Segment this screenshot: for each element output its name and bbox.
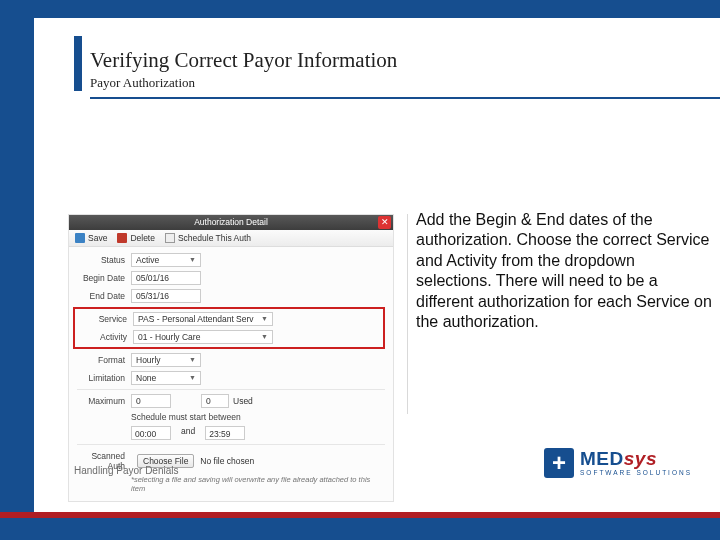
no-file-text: No file chosen xyxy=(200,456,254,466)
limitation-value: None xyxy=(136,372,156,384)
toolbar: Save Delete Schedule This Auth xyxy=(69,230,393,247)
brand-logo: + MEDsys SOFTWARE SOLUTIONS xyxy=(544,448,692,478)
begin-date-label: Begin Date xyxy=(77,273,131,283)
save-button[interactable]: Save xyxy=(75,233,107,243)
service-select[interactable]: PAS - Personal Attendant Serv ▼ xyxy=(133,312,273,326)
format-value: Hourly xyxy=(136,354,161,366)
page-title: Verifying Correct Payor Information xyxy=(90,48,680,73)
begin-date-value: 05/01/16 xyxy=(136,272,169,284)
schedule-times: 00:00 and 23:59 xyxy=(131,426,385,440)
close-icon[interactable]: ✕ xyxy=(378,216,391,229)
end-date-value: 05/31/16 xyxy=(136,290,169,302)
used-display: 0 xyxy=(201,394,229,408)
page-subtitle: Payor Authorization xyxy=(90,75,680,91)
used-value: 0 xyxy=(206,395,211,407)
schedule-caption: Schedule must start between xyxy=(131,412,385,422)
brand-name: MEDsys xyxy=(580,449,692,468)
maximum-input[interactable]: 0 xyxy=(131,394,171,408)
delete-label: Delete xyxy=(130,233,155,243)
window-titlebar: Authorization Detail ✕ xyxy=(69,215,393,230)
form-body: Status Active ▼ Begin Date 05/01/16 End … xyxy=(69,247,393,501)
begin-date-input[interactable]: 05/01/16 xyxy=(131,271,201,285)
footer-caption: Handling Payor Denials xyxy=(74,465,179,476)
schedule-label: Schedule This Auth xyxy=(178,233,251,243)
plus-icon: + xyxy=(552,451,566,475)
format-select[interactable]: Hourly ▼ xyxy=(131,353,201,367)
logo-mark: + xyxy=(544,448,574,478)
window-title: Authorization Detail xyxy=(194,217,268,227)
brand-part-a: MED xyxy=(580,448,624,469)
activity-label: Activity xyxy=(79,332,133,342)
used-label: Used xyxy=(233,396,253,406)
maximum-value: 0 xyxy=(136,395,141,407)
calendar-icon xyxy=(165,233,175,243)
time-and-label: and xyxy=(181,426,195,440)
title-rule xyxy=(90,97,720,99)
save-icon xyxy=(75,233,85,243)
save-label: Save xyxy=(88,233,107,243)
file-hint: *selecting a file and saving will overwr… xyxy=(131,475,385,493)
divider xyxy=(77,444,385,445)
time-to-input[interactable]: 23:59 xyxy=(205,426,245,440)
chevron-down-icon: ▼ xyxy=(189,372,196,384)
highlight-box: Service PAS - Personal Attendant Serv ▼ … xyxy=(73,307,385,349)
brand-tagline: SOFTWARE SOLUTIONS xyxy=(580,470,692,477)
chevron-down-icon: ▼ xyxy=(189,354,196,366)
limitation-label: Limitation xyxy=(77,373,131,383)
title-block: Verifying Correct Payor Information Payo… xyxy=(90,48,680,99)
title-accent-bar xyxy=(74,36,82,91)
brand-part-b: sys xyxy=(624,448,657,469)
status-select[interactable]: Active ▼ xyxy=(131,253,201,267)
end-date-label: End Date xyxy=(77,291,131,301)
divider xyxy=(77,389,385,390)
status-value: Active xyxy=(136,254,159,266)
activity-value: 01 - Hourly Care xyxy=(138,331,200,343)
maximum-label: Maximum xyxy=(77,396,131,406)
service-label: Service xyxy=(79,314,133,324)
chevron-down-icon: ▼ xyxy=(189,254,196,266)
delete-icon xyxy=(117,233,127,243)
limitation-select[interactable]: None ▼ xyxy=(131,371,201,385)
chevron-down-icon: ▼ xyxy=(261,331,268,343)
time-from-input[interactable]: 00:00 xyxy=(131,426,171,440)
activity-select[interactable]: 01 - Hourly Care ▼ xyxy=(133,330,273,344)
auth-detail-window: Authorization Detail ✕ Save Delete Sched… xyxy=(68,214,394,502)
delete-button[interactable]: Delete xyxy=(117,233,155,243)
end-date-input[interactable]: 05/31/16 xyxy=(131,289,201,303)
service-value: PAS - Personal Attendant Serv xyxy=(138,313,254,325)
instruction-text: Add the Begin & End dates of the authori… xyxy=(416,210,714,333)
format-label: Format xyxy=(77,355,131,365)
column-divider xyxy=(407,214,408,414)
chevron-down-icon: ▼ xyxy=(261,313,268,325)
status-label: Status xyxy=(77,255,131,265)
footer-red-bar xyxy=(0,512,720,518)
slide-body: Verifying Correct Payor Information Payo… xyxy=(34,18,720,512)
schedule-button[interactable]: Schedule This Auth xyxy=(165,233,251,243)
